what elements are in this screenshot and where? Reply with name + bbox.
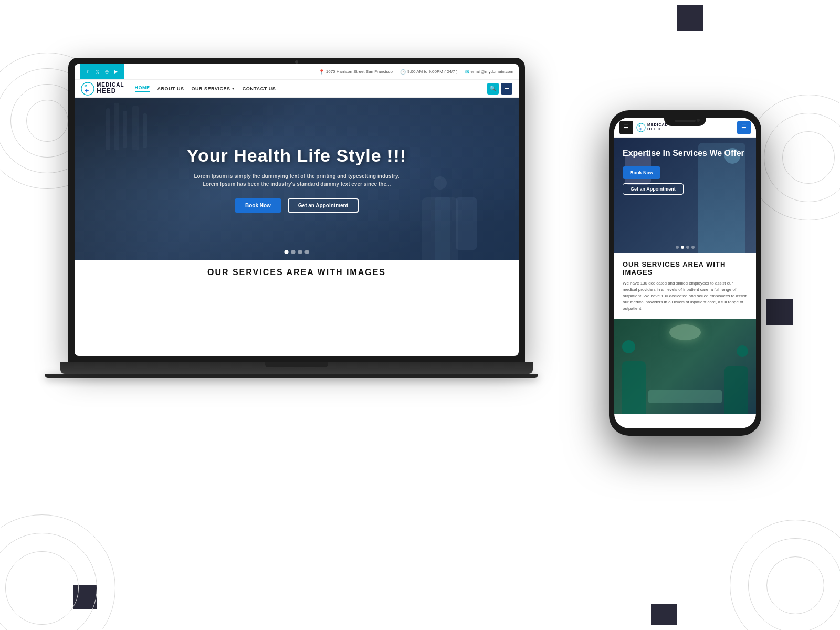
laptop-contact-bar: 📍 1675 Harrison Street San Francisco 🕐 9…: [319, 69, 513, 75]
get-appointment-button[interactable]: Get an Appointment: [288, 198, 359, 213]
phone-hero-content: Expertise In Services We Offer Book Now …: [614, 138, 756, 205]
email-info: ✉ email@mydomain.com: [465, 69, 513, 75]
surgeon-2-head: [737, 345, 748, 357]
phone-screen: ☰ M MEDICAL HEED: [614, 118, 756, 428]
laptop-foot: [45, 374, 538, 378]
laptop-body: f 𝕏 ◎ ▶ 📍 1675 Harrison Street San Franc…: [68, 58, 525, 362]
laptop-nav-links: HOME ABOUT US OUR SERVICES ▼ CONTACT US: [135, 85, 276, 92]
phone-camera: [697, 119, 700, 122]
svg-rect-7: [639, 128, 642, 129]
phone-services-title: OUR SERVICES AREA WITH IMAGES: [623, 260, 748, 276]
laptop-logo-text: MEDICAL HEED: [97, 82, 124, 94]
operating-light: [669, 324, 701, 340]
twitter-icon[interactable]: 𝕏: [93, 68, 101, 76]
hero-content: Your Health Life Style !!! Lorem Ipsum i…: [75, 98, 519, 260]
svg-text:M: M: [85, 84, 87, 88]
phone-body: ☰ M MEDICAL HEED: [609, 110, 761, 436]
phone-speaker: [675, 120, 696, 122]
search-button[interactable]: 🔍: [487, 83, 499, 94]
address-info: 📍 1675 Harrison Street San Francisco: [319, 69, 393, 75]
youtube-icon[interactable]: ▶: [112, 68, 120, 76]
patient-table: [648, 390, 722, 403]
svg-text:M: M: [639, 124, 641, 127]
hero-subtitle: Lorem Ipsum is simply the dummying text …: [186, 172, 407, 188]
laptop-topbar: f 𝕏 ◎ ▶ 📍 1675 Harrison Street San Franc…: [75, 64, 519, 80]
phone-services-description: We have 130 dedicated and skilled employ…: [623, 280, 748, 312]
hamburger-icon-left: ☰: [624, 124, 629, 131]
logo-svg-icon: M: [81, 82, 94, 96]
laptop-base: [60, 362, 533, 374]
laptop-hero-section: Your Health Life Style !!! Lorem Ipsum i…: [75, 98, 519, 260]
clock-icon: 🕐: [400, 69, 406, 75]
phone-notch: [664, 118, 706, 126]
phone-hero-title: Expertise In Services We Offer: [623, 148, 748, 159]
email-icon: ✉: [465, 69, 469, 75]
svg-point-4: [637, 123, 645, 131]
nav-contact[interactable]: CONTACT US: [243, 86, 276, 91]
hero-buttons: Book Now Get an Appointment: [235, 198, 359, 213]
instagram-icon[interactable]: ◎: [103, 68, 110, 76]
phone-logo-icon: M: [636, 123, 646, 132]
hamburger-icon-right: ☰: [741, 124, 747, 131]
laptop-services-section: OUR SERVICES AREA WITH IMAGES: [75, 260, 519, 285]
ph-dot-4[interactable]: [691, 246, 695, 249]
svg-rect-3: [85, 90, 88, 91]
phone-book-now-button[interactable]: Book Now: [623, 166, 660, 179]
phone-logo: M MEDICAL HEED: [636, 123, 668, 132]
svg-point-0: [81, 82, 94, 94]
surgeon-2: [724, 366, 748, 414]
hero-title: Your Health Life Style !!!: [187, 145, 406, 166]
ph-dot-1[interactable]: [676, 246, 679, 249]
nav-services[interactable]: OUR SERVICES ▼: [192, 86, 235, 91]
hamburger-menu-button[interactable]: ☰: [501, 83, 512, 94]
hours-info: 🕐 9:00 AM to 9:00PM ( 24/7 ): [400, 69, 458, 75]
phone-hamburger-left[interactable]: ☰: [620, 121, 633, 134]
scene: f 𝕏 ◎ ▶ 📍 1675 Harrison Street San Franc…: [0, 0, 840, 630]
book-now-button[interactable]: Book Now: [235, 198, 281, 213]
surgeon-1-head: [622, 340, 635, 353]
laptop-logo: M MEDICAL HEED: [81, 82, 124, 96]
phone-carousel-dots: [676, 246, 695, 249]
services-title: OUR SERVICES AREA WITH IMAGES: [85, 268, 508, 277]
facebook-icon[interactable]: f: [84, 68, 91, 76]
surgeon-1: [622, 361, 646, 414]
phone-get-appointment-button[interactable]: Get an Appointment: [623, 183, 684, 195]
laptop-screen: f 𝕏 ◎ ▶ 📍 1675 Harrison Street San Franc…: [75, 64, 519, 356]
phone-services-section: OUR SERVICES AREA WITH IMAGES We have 13…: [614, 253, 756, 319]
nav-home[interactable]: HOME: [135, 85, 150, 92]
laptop-mockup: f 𝕏 ◎ ▶ 📍 1675 Harrison Street San Franc…: [68, 58, 525, 425]
phone-mockup: ☰ M MEDICAL HEED: [609, 110, 761, 436]
laptop-social-bar: f 𝕏 ◎ ▶: [80, 64, 124, 79]
laptop-camera: [295, 60, 298, 64]
dropdown-arrow-icon: ▼: [231, 87, 235, 90]
phone-logo-text: MEDICAL HEED: [647, 123, 668, 131]
phone-hamburger-right[interactable]: ☰: [737, 121, 751, 134]
phone-hero-section: Expertise In Services We Offer Book Now …: [614, 138, 756, 253]
phone-medical-image: [614, 319, 756, 414]
laptop-nav-actions: 🔍 ☰: [487, 83, 512, 94]
ph-dot-2[interactable]: [681, 246, 684, 249]
ph-dot-3[interactable]: [686, 246, 689, 249]
location-icon: 📍: [319, 69, 324, 75]
nav-about[interactable]: ABOUT US: [158, 86, 184, 91]
laptop-navbar: M MEDICAL HEED HOME ABOUT US O: [75, 80, 519, 98]
